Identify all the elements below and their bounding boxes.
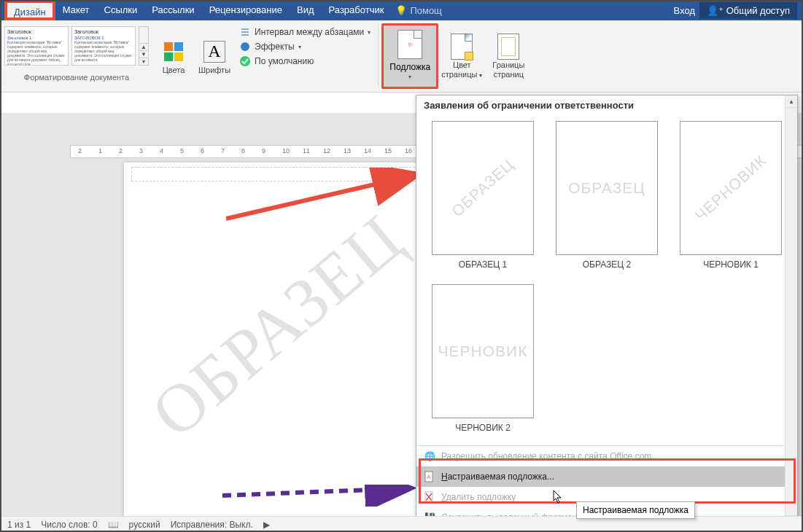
style-thumb-2-body: Коллекция на вкладке "Вставка" содержит …: [74, 40, 133, 62]
gallery-item-3[interactable]: ЧЕРНОВИКЧЕРНОВИК 1: [676, 121, 785, 270]
gallery-thumb-watermark: ОБРАЗЕЦ: [568, 179, 645, 197]
tab-view[interactable]: Вид: [290, 0, 322, 20]
menu-office-update: 🌐 Разрешить обновление контента с сайта …: [416, 446, 797, 466]
macro-icon[interactable]: ▶: [263, 520, 270, 530]
gallery-thumb-watermark: ЧЕРНОВИК: [691, 152, 769, 224]
cursor-icon: [553, 490, 563, 504]
ruler-mark: 5: [180, 147, 184, 154]
ruler-mark: 10: [282, 147, 290, 154]
watermark-button[interactable]: A Подложка ▾: [381, 23, 438, 89]
svg-rect-1: [174, 42, 183, 51]
gallery-thumb: ЧЕРНОВИК: [680, 121, 782, 255]
watermark-gallery-panel: Заявления об ограничении ответственности…: [416, 95, 798, 528]
gallery-item-2[interactable]: ОБРАЗЕЦОБРАЗЕЦ 2: [552, 121, 662, 270]
menu-custom-label: Настраиваемая подложка...: [441, 472, 554, 482]
page-watermark: ОБРАЗЕЦ: [136, 199, 419, 453]
default-label: По умолчанию: [255, 56, 314, 66]
gallery-thumb-watermark: ЧЕРНОВИК: [438, 343, 528, 360]
ruler-mark: 12: [323, 147, 330, 154]
tooltip: Настраиваемая подложка: [576, 501, 695, 519]
colors-label: Цвета: [163, 66, 185, 75]
chevron-down-icon: ▾: [479, 72, 482, 79]
page-color-icon: [451, 34, 473, 60]
svg-rect-0: [164, 42, 173, 51]
delete-icon: [424, 491, 435, 503]
ruler-mark: 11: [303, 147, 310, 154]
watermark-label: Подложка: [389, 62, 430, 72]
paragraph-spacing-icon: [239, 26, 251, 38]
gallery-thumb: ЧЕРНОВИК: [432, 284, 534, 418]
colors-button[interactable]: Цвета: [153, 23, 194, 89]
svg-rect-2: [164, 52, 173, 61]
effects-label: Эффекты: [255, 42, 295, 52]
share-label: Общий доступ: [726, 5, 790, 16]
ruler-mark: 1: [98, 147, 102, 154]
style-thumb-2[interactable]: Заголовок ЗАГОЛОВОК 1 Коллекция на вклад…: [71, 26, 136, 66]
gallery-item-1[interactable]: ОБРАЗЕЦОБРАЗЕЦ 1: [428, 121, 538, 270]
paragraph-spacing-button[interactable]: Интервал между абзацами ▾: [239, 26, 371, 38]
ruler-mark: 2: [78, 147, 82, 154]
fonts-label: Шрифты: [198, 66, 230, 75]
globe-icon: 🌐: [424, 450, 435, 462]
gallery-thumb: ОБРАЗЕЦ: [432, 121, 534, 255]
style-gallery-more[interactable]: ▲▼▾: [139, 26, 149, 66]
tab-layout[interactable]: Макет: [55, 0, 97, 20]
svg-line-9: [226, 175, 416, 219]
gallery-item-4[interactable]: ЧЕРНОВИКЧЕРНОВИК 2: [428, 284, 538, 433]
page-borders-icon: [497, 34, 519, 60]
svg-point-8: [240, 56, 250, 66]
check-icon: [239, 55, 251, 67]
effects-button[interactable]: Эффекты ▾: [239, 41, 371, 52]
ruler-mark: 4: [160, 147, 163, 154]
ruler-mark: 6: [201, 147, 204, 154]
status-word-count[interactable]: Число слов: 0: [41, 520, 97, 530]
default-button[interactable]: По умолчанию: [239, 55, 371, 67]
watermark-icon: A: [397, 30, 422, 59]
tab-review[interactable]: Рецензирование: [202, 0, 290, 20]
tab-developer[interactable]: Разработчик: [322, 0, 392, 20]
scroll-up-icon[interactable]: ▲: [785, 95, 797, 108]
tell-me[interactable]: 💡 Помощ: [395, 5, 441, 16]
style-thumb-1-title: Заголовок: [7, 29, 66, 34]
login-link[interactable]: Вход: [674, 5, 695, 16]
status-language[interactable]: русский: [129, 520, 160, 530]
page-borders-button[interactable]: Границы страниц: [485, 23, 532, 89]
style-thumb-1[interactable]: Заголовок Заголовок 1 Коллекция на вклад…: [4, 26, 69, 66]
gallery-caption: ЧЕРНОВИК 2: [428, 423, 538, 433]
gallery-caption: ОБРАЗЕЦ 2: [552, 259, 662, 270]
ruler-mark: 13: [344, 147, 351, 154]
paragraph-spacing-label: Интервал между абзацами: [255, 27, 364, 37]
ribbon: Заголовок Заголовок 1 Коллекция на вклад…: [0, 20, 803, 93]
menu-custom-watermark[interactable]: A Настраиваемая подложка...: [416, 466, 797, 487]
gallery-grid: ОБРАЗЕЦОБРАЗЕЦ 1ОБРАЗЕЦОБРАЗЕЦ 2ЧЕРНОВИК…: [416, 115, 797, 439]
style-thumb-2-title: Заголовок: [74, 29, 133, 34]
status-track-changes[interactable]: Исправления: Выкл.: [171, 520, 253, 530]
share-button[interactable]: 👤⁺ Общий доступ: [699, 2, 797, 19]
svg-rect-3: [174, 52, 183, 61]
style-thumb-1-body: Коллекция на вкладке "Вставка" содержит …: [7, 40, 66, 66]
chevron-down-icon: ▾: [298, 44, 301, 50]
gallery-scrollbar[interactable]: ▲ ▼: [785, 95, 797, 528]
proofing-icon[interactable]: 📖: [108, 520, 119, 530]
fonts-button[interactable]: А Шрифты: [194, 23, 235, 89]
menu-office-label: Разрешить обновление контента с сайта Of…: [441, 451, 659, 461]
tab-mailings[interactable]: Рассылки: [144, 0, 201, 20]
style-gallery[interactable]: Заголовок Заголовок 1 Коллекция на вклад…: [0, 23, 153, 69]
tab-design[interactable]: Дизайн: [4, 0, 55, 20]
tell-me-label: Помощ: [410, 5, 441, 16]
gallery-section-header: Заявления об ограничении ответственности: [416, 95, 797, 115]
svg-point-7: [241, 42, 249, 51]
page-color-button[interactable]: Цвет страницы ▾: [438, 23, 485, 89]
gallery-thumb: ОБРАЗЕЦ: [556, 121, 658, 255]
status-page[interactable]: 1 из 1: [7, 520, 31, 530]
ruler-mark: 2: [119, 147, 123, 154]
annotation-arrow-red: [226, 168, 430, 226]
ruler-mark: 14: [364, 147, 371, 154]
group-formatting-label: Форматирование документа: [0, 73, 153, 82]
svg-line-10: [222, 488, 408, 496]
tab-references[interactable]: Ссылки: [97, 0, 145, 20]
ruler-mark: 8: [241, 147, 245, 154]
gallery-caption: ОБРАЗЕЦ 1: [428, 259, 538, 270]
ruler-mark: 16: [405, 147, 412, 154]
page-color-label: Цвет страницы: [441, 60, 477, 79]
